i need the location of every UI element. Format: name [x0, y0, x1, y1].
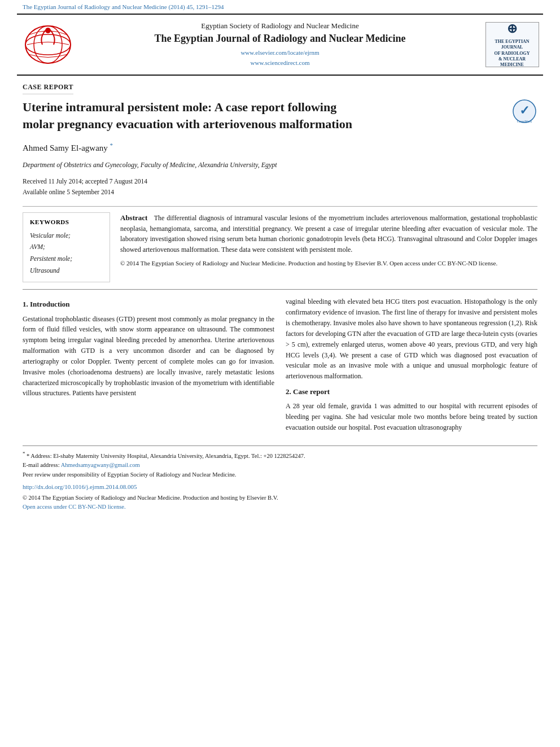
section-label: CASE REPORT	[23, 83, 73, 94]
body-columns: 1. Introduction Gestational trophoblasti…	[23, 296, 537, 437]
footnote-email-label: E-mail address:	[23, 462, 60, 468]
abstract-label: Abstract	[120, 213, 147, 222]
keywords-box: KEYWORDS Vesicular mole; AVM; Persistent…	[23, 212, 110, 283]
keywords-title: KEYWORDS	[30, 219, 103, 225]
intro-text-right: vaginal bleeding with elevated beta HCG …	[286, 296, 537, 382]
svg-point-2	[25, 34, 71, 55]
affiliation: Department of Obstetrics and Gynecology,…	[23, 161, 537, 169]
body-right-col: vaginal bleeding with elevated beta HCG …	[286, 296, 537, 437]
logo-left	[17, 19, 79, 70]
footnote-star: * * Address: El-shaby Maternity Universi…	[23, 449, 537, 461]
svg-text:✓: ✓	[519, 103, 530, 117]
content-area: CASE REPORT ✓ CrossMark Uterine intramur…	[0, 76, 560, 519]
right-logo-line3: & NUCLEAR	[498, 56, 526, 62]
case-text: A 28 year old female, gravida 1 was admi…	[286, 401, 537, 433]
right-logo-icon: ⊕	[507, 21, 517, 37]
intro-heading: 1. Introduction	[23, 299, 274, 310]
abstract-body: The differential diagnosis of intramural…	[120, 214, 537, 254]
footnote-star-text: * Address: El-shaby Maternity University…	[27, 452, 305, 458]
journal-logo-svg	[23, 24, 73, 66]
keyword-1: Vesicular mole;	[30, 230, 103, 242]
abstract-copyright: © 2014 The Egyptian Society of Radiology…	[120, 259, 537, 268]
divider-1	[23, 206, 537, 207]
doi-link[interactable]: http://dx.doi.org/10.1016/j.ejrnm.2014.0…	[23, 483, 537, 490]
received-date: Received 11 July 2014; accepted 7 August…	[23, 178, 147, 185]
header-links: www.elsevier.com/locate/ejrnm www.scienc…	[240, 48, 319, 68]
logo-right: ⊕ THE EGYPTIAN JOURNAL OF RADIOLOGY & NU…	[481, 19, 543, 70]
journal-header: Egyptian Society of Radiology and Nuclea…	[17, 14, 543, 76]
right-logo-box: ⊕ THE EGYPTIAN JOURNAL OF RADIOLOGY & NU…	[485, 22, 539, 67]
author-name-text: Ahmed Samy El-agwany	[23, 143, 108, 152]
bottom-copyright: © 2014 The Egyptian Society of Radiology…	[23, 493, 537, 513]
link-sciencedirect[interactable]: www.sciencedirect.com	[251, 59, 310, 66]
right-logo-line1: THE EGYPTIAN JOURNAL	[486, 39, 539, 51]
header-center: Egyptian Society of Radiology and Nuclea…	[79, 19, 481, 70]
bottom-copyright-text: © 2014 The Egyptian Society of Radiology…	[23, 495, 278, 501]
author-line: Ahmed Samy El-agwany *	[23, 142, 537, 153]
abstract-copyright-text: © 2014 The Egyptian Society of Radiology…	[120, 260, 497, 267]
footnote-star-symbol: *	[23, 451, 25, 456]
right-logo-line4: MEDICINE	[500, 62, 524, 68]
abstract-text: Abstract The differential diagnosis of i…	[120, 212, 537, 255]
keywords-abstract-section: KEYWORDS Vesicular mole; AVM; Persistent…	[23, 212, 537, 283]
case-heading: 2. Case report	[286, 386, 537, 397]
dates: Received 11 July 2014; accepted 7 August…	[23, 176, 537, 198]
author-sup: *	[110, 142, 113, 148]
available-date: Available online 5 September 2014	[23, 189, 114, 195]
journal-title: The Egyptian Journal of Radiology and Nu…	[154, 33, 405, 45]
keyword-2: AVM;	[30, 241, 103, 253]
link-elsevier[interactable]: www.elsevier.com/locate/ejrnm	[240, 49, 319, 56]
svg-point-3	[45, 28, 51, 33]
footnote-email-link[interactable]: Ahmedsamyagwany@gmail.com	[61, 462, 140, 468]
banner-text: The Egyptian Journal of Radiology and Nu…	[23, 3, 224, 10]
footnote-area: * * Address: El-shaby Maternity Universi…	[23, 445, 537, 480]
right-logo-line2: OF RADIOLOGY	[494, 51, 530, 56]
svg-text:CrossMark: CrossMark	[517, 120, 532, 123]
keyword-3: Persistent mole;	[30, 253, 103, 265]
body-left-col: 1. Introduction Gestational trophoblasti…	[23, 296, 274, 437]
society-name: Egyptian Society of Radiology and Nuclea…	[201, 21, 358, 30]
footnote-peer-review: Peer review under responsibility of Egyp…	[23, 470, 537, 480]
license-link[interactable]: Open access under CC BY-NC-ND license.	[23, 504, 126, 510]
divider-2	[23, 289, 537, 290]
article-title: Uterine intramural persistent mole: A ca…	[23, 99, 361, 132]
title-area: ✓ CrossMark Uterine intramural persisten…	[23, 99, 537, 132]
abstract-col: Abstract The differential diagnosis of i…	[120, 212, 537, 283]
intro-text-left: Gestational trophoblastic diseases (GTD)…	[23, 314, 274, 399]
journal-banner: The Egyptian Journal of Radiology and Nu…	[0, 0, 560, 14]
footnote-email-line: E-mail address: Ahmedsamyagwany@gmail.co…	[23, 461, 537, 470]
keyword-4: Ultrasound	[30, 265, 103, 277]
crossmark-badge: ✓ CrossMark	[512, 99, 537, 126]
